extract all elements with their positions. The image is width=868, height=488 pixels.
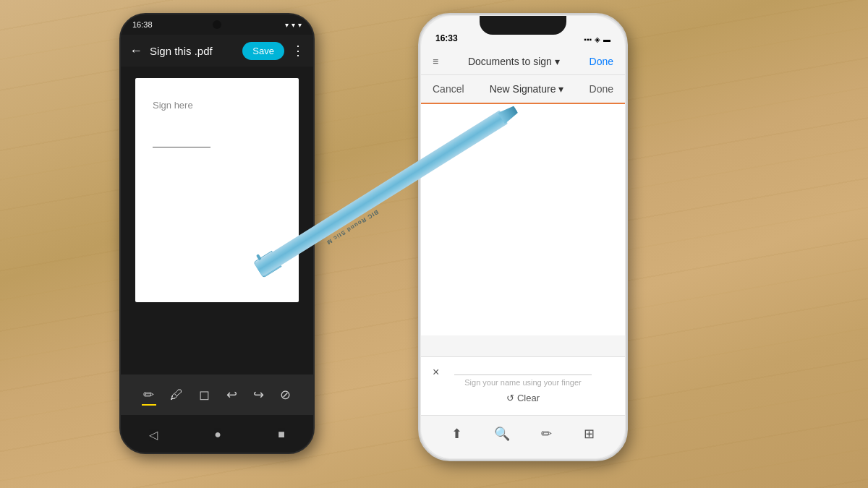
- iphone-markup-button[interactable]: ✏: [541, 426, 552, 442]
- iphone-docs-title-container[interactable]: Documents to sign ▾: [468, 56, 560, 67]
- iphone-share-button[interactable]: ⬆: [451, 426, 462, 442]
- iphone-sig-close-button[interactable]: ×: [433, 366, 439, 379]
- android-statusbar: 16:38 ▾ ▾ ▾: [121, 14, 313, 35]
- iphone-clear-label: Clear: [517, 393, 540, 403]
- iphone-screen: 16:33 ▪▪▪ ◈ ▬ ≡ Documents to sign ▾ Done…: [421, 16, 625, 458]
- android-redo-button[interactable]: ↪: [253, 387, 264, 403]
- android-screen: 16:38 ▾ ▾ ▾ ← Sign this .pdf Save ⋮ Sign…: [121, 14, 313, 453]
- android-hide-button[interactable]: ⊘: [280, 387, 291, 403]
- iphone-document-area: [421, 104, 625, 335]
- android-navbar: ◁ ● ■: [121, 416, 313, 453]
- android-undo-button[interactable]: ↩: [226, 387, 237, 403]
- android-back-button[interactable]: ←: [129, 43, 142, 59]
- android-save-button[interactable]: Save: [242, 42, 284, 60]
- android-document-area: Sign here: [135, 78, 299, 302]
- android-signal-icon: ▾: [298, 21, 302, 29]
- iphone-bottom-bar: ⬆ 🔍 ✏ ⊞: [421, 415, 625, 458]
- android-camera-notch: [213, 20, 221, 29]
- android-more-button[interactable]: ⋮: [292, 43, 305, 59]
- android-signature-line: [153, 147, 210, 147]
- iphone-clear-icon: ↺: [506, 393, 514, 403]
- iphone-nav1-done-button[interactable]: Done: [590, 56, 613, 67]
- iphone-signal-icon: ▪▪▪: [584, 35, 592, 43]
- iphone-menu-icon[interactable]: ≡: [433, 56, 438, 67]
- iphone-battery-icon: ▬: [603, 35, 610, 43]
- iphone-more-button[interactable]: ⊞: [584, 426, 595, 442]
- iphone-nav1: ≡ Documents to sign ▾ Done: [421, 48, 625, 75]
- android-pen-tool[interactable]: ✏: [143, 387, 154, 403]
- iphone-signature-line: [454, 374, 592, 375]
- iphone-time: 16:33: [435, 33, 458, 43]
- iphone: 16:33 ▪▪▪ ◈ ▬ ≡ Documents to sign ▾ Done…: [418, 13, 628, 461]
- android-nav-recents[interactable]: ■: [278, 428, 285, 441]
- iphone-docs-title-text: Documents to sign: [468, 56, 552, 67]
- iphone-sig-chevron: ▾: [558, 83, 563, 95]
- iphone-signature-hint: Sign your name using your finger: [433, 378, 613, 387]
- android-bottom-toolbar: ✏ 🖊 ◻ ↩ ↪ ⊘: [121, 374, 313, 415]
- iphone-signature-area[interactable]: × Sign your name using your finger ↺ Cle…: [421, 356, 625, 415]
- android-time: 16:38: [132, 20, 153, 29]
- iphone-nav2-done-button[interactable]: Done: [590, 83, 613, 95]
- iphone-docs-chevron: ▾: [555, 56, 560, 67]
- iphone-status-icons: ▪▪▪ ◈ ▬: [584, 35, 610, 43]
- iphone-new-signature-text: New Signature: [490, 83, 556, 95]
- iphone-search-button[interactable]: 🔍: [494, 426, 510, 442]
- android-nav-home[interactable]: ●: [214, 428, 221, 441]
- android-battery-icon: ▾: [285, 21, 289, 29]
- android-nav-back[interactable]: ◁: [149, 428, 158, 442]
- iphone-cancel-button[interactable]: Cancel: [433, 83, 464, 95]
- android-wifi-icon: ▾: [292, 21, 295, 29]
- android-toolbar: ← Sign this .pdf Save ⋮: [121, 35, 313, 67]
- iphone-wifi-icon: ◈: [595, 35, 600, 43]
- android-highlight-tool[interactable]: 🖊: [170, 388, 183, 403]
- android-eraser-tool[interactable]: ◻: [199, 387, 210, 403]
- iphone-signature-title-container[interactable]: New Signature ▾: [490, 83, 564, 95]
- android-sign-here-text: Sign here: [153, 100, 281, 111]
- android-status-icons: ▾ ▾ ▾: [285, 21, 302, 29]
- iphone-notch: [480, 16, 566, 35]
- iphone-nav2: Cancel New Signature ▾ Done: [421, 75, 625, 104]
- android-phone: 16:38 ▾ ▾ ▾ ← Sign this .pdf Save ⋮ Sign…: [119, 13, 315, 454]
- android-document-title: Sign this .pdf: [150, 45, 235, 57]
- iphone-clear-button[interactable]: ↺ Clear: [433, 393, 613, 403]
